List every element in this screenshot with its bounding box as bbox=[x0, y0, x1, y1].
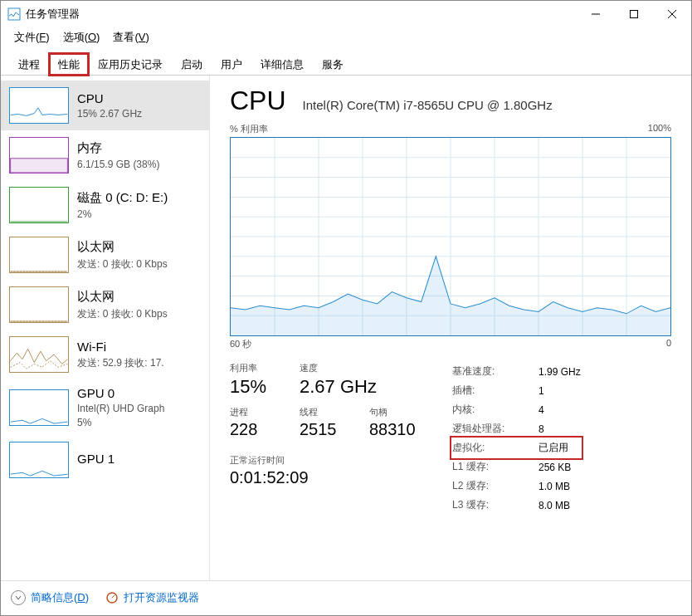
sidebar-item-4[interactable]: 以太网发送: 0 接收: 0 Kbps bbox=[1, 280, 209, 330]
tab-2[interactable]: 应用历史记录 bbox=[89, 53, 172, 76]
thumb-icon bbox=[9, 237, 69, 273]
footer: 简略信息(D) 打开资源监视器 bbox=[1, 580, 691, 614]
rstat-row: 逻辑处理器:8 bbox=[452, 419, 581, 438]
menu-选项[interactable]: 选项(O) bbox=[58, 28, 105, 46]
rstat-row: L2 缓存:1.0 MB bbox=[452, 477, 581, 496]
sidebar-item-6[interactable]: GPU 0Intel(R) UHD Graph5% bbox=[1, 379, 209, 435]
chart-label-tl: % 利用率 bbox=[230, 123, 268, 135]
sidebar-item-7[interactable]: GPU 1 bbox=[1, 435, 209, 485]
sidebar-item-5[interactable]: Wi-Fi发送: 52.9 接收: 17. bbox=[1, 330, 209, 379]
tab-1[interactable]: 性能 bbox=[49, 53, 89, 76]
close-button[interactable] bbox=[653, 1, 691, 27]
thumb-icon bbox=[9, 87, 69, 124]
tab-6[interactable]: 服务 bbox=[313, 53, 353, 76]
uptime-label: 正常运行时间 bbox=[230, 454, 419, 467]
chevron-down-icon bbox=[11, 590, 26, 605]
rstat-row: 虚拟化:已启用 bbox=[452, 438, 581, 457]
chart-label-br: 0 bbox=[666, 338, 671, 350]
sidebar-item-2[interactable]: 磁盘 0 (C: D: E:)2% bbox=[1, 180, 209, 230]
thumb-icon bbox=[9, 442, 69, 478]
window-title: 任务管理器 bbox=[26, 7, 577, 22]
detail-model: Intel(R) Core(TM) i7-8565U CPU @ 1.80GHz bbox=[303, 98, 553, 112]
tabbar: 进程性能应用历史记录启动用户详细信息服务 bbox=[1, 52, 691, 76]
tab-0[interactable]: 进程 bbox=[9, 53, 49, 76]
stat-利用率: 利用率15% bbox=[230, 362, 280, 398]
sidebar-item-3[interactable]: 以太网发送: 0 接收: 0 Kbps bbox=[1, 230, 209, 280]
stat-进程: 进程228 bbox=[230, 406, 280, 439]
thumb-icon bbox=[9, 187, 69, 223]
menu-查看[interactable]: 查看(V) bbox=[108, 28, 154, 46]
rstat-row: 插槽:1 bbox=[452, 381, 581, 400]
stat-速度: 速度2.67 GHz bbox=[300, 362, 377, 398]
rstat-row: 内核:4 bbox=[452, 400, 581, 419]
thumb-icon bbox=[9, 389, 69, 426]
thumb-icon bbox=[9, 336, 69, 373]
svg-rect-2 bbox=[631, 11, 638, 18]
brief-info-link[interactable]: 简略信息(D) bbox=[11, 590, 89, 605]
tab-4[interactable]: 用户 bbox=[212, 53, 251, 76]
stat-句柄: 句柄88310 bbox=[369, 406, 419, 439]
stat-线程: 线程2515 bbox=[300, 406, 349, 439]
monitor-icon bbox=[105, 591, 119, 604]
sidebar-item-0[interactable]: CPU15% 2.67 GHz bbox=[1, 81, 209, 130]
chart-label-tr: 100% bbox=[648, 123, 671, 135]
menu-文件[interactable]: 文件(F) bbox=[9, 28, 55, 46]
tab-5[interactable]: 详细信息 bbox=[251, 53, 313, 76]
maximize-button[interactable] bbox=[615, 1, 653, 27]
rstat-row: L1 缓存:256 KB bbox=[452, 457, 581, 477]
thumb-icon bbox=[9, 286, 69, 323]
resource-monitor-link[interactable]: 打开资源监视器 bbox=[105, 590, 199, 605]
menubar: 文件(F)选项(O)查看(V) bbox=[1, 27, 691, 47]
sidebar[interactable]: CPU15% 2.67 GHz内存6.1/15.9 GB (38%)磁盘 0 (… bbox=[1, 76, 210, 580]
uptime-value: 0:01:52:09 bbox=[230, 468, 419, 487]
tab-3[interactable]: 启动 bbox=[172, 53, 212, 76]
svg-line-26 bbox=[112, 595, 115, 598]
minimize-button[interactable] bbox=[577, 1, 615, 27]
cpu-chart bbox=[230, 137, 671, 336]
detail-pane: CPU Intel(R) Core(TM) i7-8565U CPU @ 1.8… bbox=[210, 76, 691, 580]
rstat-row: 基准速度:1.99 GHz bbox=[452, 362, 581, 381]
right-stats: 基准速度:1.99 GHz插槽:1内核:4逻辑处理器:8虚拟化:已启用L1 缓存… bbox=[452, 362, 581, 515]
thumb-icon bbox=[9, 137, 69, 174]
chart-label-bl: 60 秒 bbox=[230, 338, 251, 350]
app-icon bbox=[7, 7, 21, 21]
sidebar-item-1[interactable]: 内存6.1/15.9 GB (38%) bbox=[1, 130, 209, 180]
detail-title: CPU bbox=[230, 86, 286, 116]
svg-rect-5 bbox=[11, 159, 68, 173]
titlebar: 任务管理器 bbox=[1, 1, 691, 27]
rstat-row: L3 缓存:8.0 MB bbox=[452, 496, 581, 515]
